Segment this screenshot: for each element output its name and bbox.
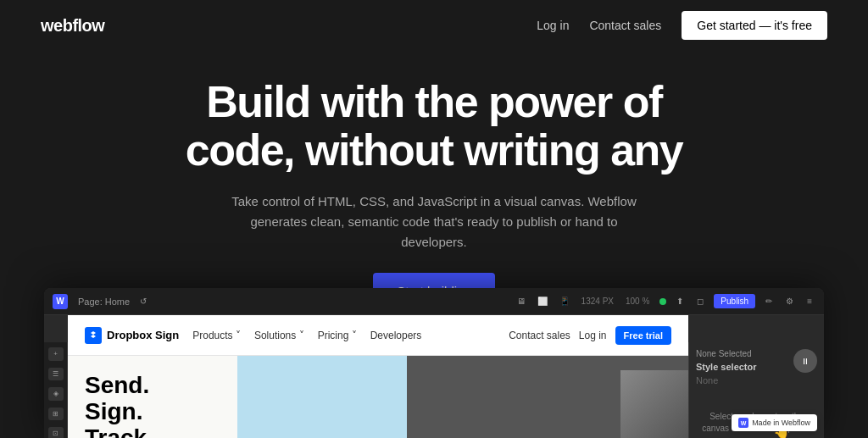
sidebar-add-icon[interactable]: + <box>48 347 64 361</box>
wf-toolbar-icons: 🖥 ⬜ 📱 1324 PX 100 % <box>514 295 654 308</box>
pause-icon: ⏸ <box>801 357 810 366</box>
inner-photo-section <box>407 356 688 438</box>
brand-logo: webflow <box>41 16 104 36</box>
inner-developers-link[interactable]: Developers <box>370 330 422 341</box>
sidebar-asset-icon[interactable]: ⊞ <box>48 408 64 421</box>
inner-hero-text-area: Send. Sign. Track. <box>68 356 237 438</box>
pause-button[interactable]: ⏸ <box>793 349 817 373</box>
zoom-label: 100 % <box>626 297 649 306</box>
inner-person-image <box>620 370 688 438</box>
hero-title: Build with the power of code, without wr… <box>41 78 827 175</box>
hero-subtitle: Take control of HTML, CSS, and JavaScrip… <box>231 191 637 252</box>
get-started-button[interactable]: Get started — it's free <box>682 11 827 40</box>
hero-section: Build with the power of code, without wr… <box>0 51 868 309</box>
inner-pricing-link[interactable]: Pricing ˅ <box>318 330 357 341</box>
dropbox-svg <box>88 330 98 341</box>
publish-button[interactable]: Publish <box>714 294 755 308</box>
inner-products-link[interactable]: Products ˅ <box>192 330 241 341</box>
sidebar-nav-icon[interactable]: ☰ <box>48 368 64 381</box>
wf-editor-toolbar: W Page: Home ↺ 🖥 ⬜ 📱 1324 PX 100 % ⬆ ◻ P… <box>44 288 824 315</box>
more-icon[interactable]: ≡ <box>804 295 815 308</box>
inner-contact-link[interactable]: Contact sales <box>509 330 570 341</box>
inner-solutions-link[interactable]: Solutions ˅ <box>254 330 304 341</box>
style-selector-value: None <box>696 375 817 385</box>
dropbox-icon <box>85 327 102 344</box>
edit-icon[interactable]: ✏ <box>762 295 776 308</box>
editor-content-area: + ☰ ◈ ⊞ ⊡ ⊟ Dropbox Sign Products ˅ Solu… <box>44 315 824 438</box>
wf-badge-logo: W <box>738 418 748 428</box>
mobile-icon[interactable]: 📱 <box>556 295 573 308</box>
contact-sales-link[interactable]: Contact sales <box>589 19 661 32</box>
nav-right: Log in Contact sales Get started — it's … <box>537 11 827 40</box>
dimension-label: 1324 PX <box>581 297 614 306</box>
inner-site-content: Send. Sign. Track. <box>68 356 688 438</box>
made-in-webflow-badge[interactable]: W Made in Webflow <box>732 414 817 431</box>
wf-page-label: Page: Home <box>78 297 130 307</box>
tablet-icon[interactable]: ⬜ <box>534 295 551 308</box>
made-in-wf-text: Made in Webflow <box>752 419 810 427</box>
inner-free-trial-button[interactable]: Free trial <box>615 326 671 345</box>
main-navbar: webflow Log in Contact sales Get started… <box>0 0 868 51</box>
sidebar-cms-icon[interactable]: ⊡ <box>48 427 64 438</box>
login-link[interactable]: Log in <box>537 19 569 32</box>
wf-refresh-icon[interactable]: ↺ <box>136 295 150 308</box>
wf-editor-logo: W <box>53 294 68 309</box>
inner-light-blue-section <box>237 356 407 438</box>
inner-hero-heading: Send. Sign. Track. <box>85 373 220 438</box>
inner-site-navbar: Dropbox Sign Products ˅ Solutions ˅ Pric… <box>68 315 688 356</box>
inner-site: Dropbox Sign Products ˅ Solutions ˅ Pric… <box>68 315 688 438</box>
inner-login-link[interactable]: Log in <box>579 330 607 341</box>
status-dot <box>659 298 666 305</box>
preview-icon[interactable]: ◻ <box>693 295 707 308</box>
share-icon[interactable]: ⬆ <box>673 295 687 308</box>
dropbox-logo: Dropbox Sign <box>85 327 179 344</box>
browser-mockup: W Page: Home ↺ 🖥 ⬜ 📱 1324 PX 100 % ⬆ ◻ P… <box>44 288 824 438</box>
sidebar-style-icon[interactable]: ◈ <box>48 387 64 401</box>
settings-icon[interactable]: ⚙ <box>782 295 797 308</box>
dropbox-brand-name: Dropbox Sign <box>107 329 179 341</box>
wf-left-sidebar: + ☰ ◈ ⊞ ⊡ ⊟ <box>44 342 68 438</box>
inner-nav-right: Contact sales Log in Free trial <box>509 326 671 345</box>
desktop-icon[interactable]: 🖥 <box>514 295 529 308</box>
